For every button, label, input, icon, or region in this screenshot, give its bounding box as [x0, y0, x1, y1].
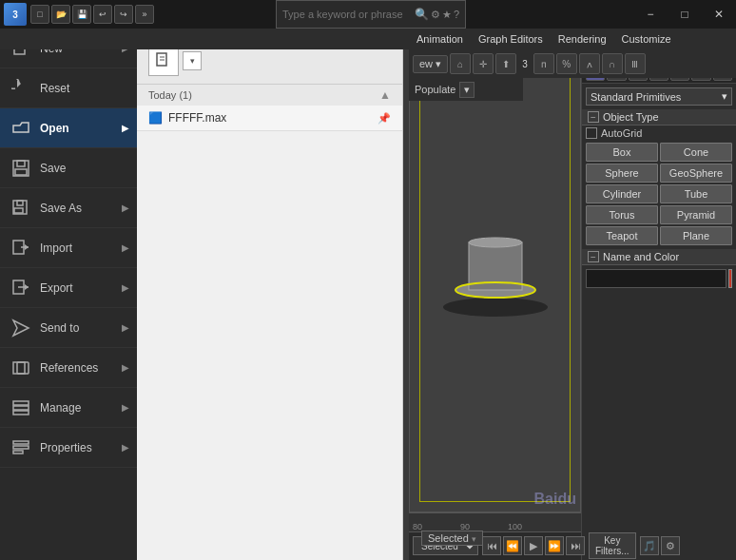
scene-object	[429, 214, 562, 328]
tl-settings-icon[interactable]: ⚙	[661, 536, 680, 555]
search-input[interactable]	[282, 9, 415, 20]
save-file-icon[interactable]: 💾	[72, 5, 91, 24]
dropdown-arrow-icon: ▾	[722, 90, 727, 103]
viewport[interactable]: ew	[409, 29, 581, 512]
populate-dropdown[interactable]: ▾	[459, 82, 475, 98]
sidebar-item-send-to[interactable]: Send to ▶	[0, 308, 137, 348]
sidebar-item-references[interactable]: References ▶	[0, 348, 137, 388]
sidebar-item-reset[interactable]: Reset	[0, 68, 137, 108]
svg-rect-7	[13, 201, 27, 214]
tl-play-btn[interactable]: ▶	[524, 536, 543, 555]
search-options-icon[interactable]: ⚙	[431, 9, 440, 21]
properties-icon	[8, 434, 34, 461]
tb-icon-3[interactable]: ⬆	[495, 53, 516, 74]
maximize-button[interactable]: □	[668, 0, 702, 29]
tb-num: 3	[518, 53, 532, 74]
pin-icon[interactable]: 📌	[378, 112, 391, 125]
sidebar-item-save[interactable]: Save	[0, 148, 137, 188]
section-collapse-button[interactable]: −	[588, 111, 599, 123]
undo-icon[interactable]: ↩	[93, 5, 112, 24]
sidebar-item-open[interactable]: Open ▶	[0, 108, 137, 148]
menu-graph-editors[interactable]: Graph Editors	[471, 29, 551, 49]
tl-next-btn[interactable]: ⏩	[545, 536, 564, 555]
tb-curve-2[interactable]: ᴧ	[579, 53, 600, 74]
menu-rendering[interactable]: Rendering	[551, 29, 614, 49]
search-bar: 🔍 ⚙ ★ ?	[276, 0, 466, 29]
open-file-icon[interactable]: 📂	[51, 5, 70, 24]
sidebar-item-manage[interactable]: Manage ▶	[0, 388, 137, 428]
file-item[interactable]: 🟦 FFFFF.max 📌	[137, 106, 402, 131]
tb-percent[interactable]: %	[556, 53, 577, 74]
sidebar-item-save-as[interactable]: Save As ▶	[0, 188, 137, 228]
object-name-input[interactable]	[586, 269, 726, 288]
title-bar-left: 3 □ 📂 💾 ↩ ↪ »	[0, 3, 154, 26]
color-swatch[interactable]	[728, 269, 732, 288]
close-button[interactable]: ✕	[702, 0, 736, 29]
search-help-icon[interactable]: ?	[454, 9, 459, 20]
obj-btn-geosphere[interactable]: GeoSphere	[660, 164, 732, 183]
svg-rect-20	[13, 406, 29, 410]
obj-btn-torus[interactable]: Torus	[586, 205, 658, 224]
search-go-icon[interactable]: 🔍	[415, 8, 429, 21]
tb-text[interactable]: Ⅲ	[625, 53, 646, 74]
tb-icon-2[interactable]: ✛	[473, 53, 494, 74]
open-icon	[8, 115, 34, 142]
search-star-icon[interactable]: ★	[442, 9, 452, 21]
obj-btn-plane[interactable]: Plane	[660, 226, 732, 245]
today-label: Today (1)	[148, 89, 192, 101]
sidebar-item-properties[interactable]: Properties ▶	[0, 428, 137, 468]
svg-marker-12	[25, 244, 29, 250]
menu-animation[interactable]: Animation	[409, 29, 471, 49]
obj-btn-cylinder[interactable]: Cylinder	[586, 184, 658, 203]
obj-btn-cone[interactable]: Cone	[660, 143, 732, 162]
today-collapse-button[interactable]: ▲	[379, 88, 391, 102]
obj-btn-tube[interactable]: Tube	[660, 184, 732, 203]
sidebar-item-import[interactable]: Import ▶	[0, 228, 137, 268]
sidebar-item-export[interactable]: Export ▶	[0, 268, 137, 308]
tl-next-end-btn[interactable]: ⏭	[566, 536, 585, 555]
svg-rect-6	[15, 169, 27, 175]
svg-marker-15	[25, 284, 29, 290]
menu-customize[interactable]: Customize	[614, 29, 679, 49]
name-color-collapse-button[interactable]: −	[588, 251, 599, 262]
export-icon	[8, 275, 34, 301]
file-type-icon: 🟦	[148, 111, 163, 125]
new-file-icon[interactable]: □	[30, 5, 49, 24]
toolbar-icons: □ 📂 💾 ↩ ↪ »	[30, 5, 154, 24]
left-menu: 3D New ▶ Reset Open ▶ Save Save As	[0, 0, 137, 560]
svg-rect-24	[13, 451, 23, 454]
tb-icon-1[interactable]: ⌂	[450, 53, 471, 74]
minimize-button[interactable]: −	[633, 0, 668, 29]
view-dropdown[interactable]: ew ▾	[413, 55, 448, 73]
tb-curve-1[interactable]: ᴨ	[533, 53, 554, 74]
send-to-icon	[8, 315, 34, 341]
today-section-header: Today (1) ▲	[137, 85, 402, 106]
references-icon	[8, 355, 34, 381]
svg-rect-9	[14, 208, 23, 213]
keyfilters-button[interactable]: Key Filters...	[589, 532, 636, 559]
redo-icon[interactable]: ↪	[114, 5, 133, 24]
more-icon[interactable]: »	[135, 5, 154, 24]
menu-bar: Animation Graph Editors Rendering Custom…	[0, 29, 736, 49]
primitives-dropdown[interactable]: Standard Primitives ▾	[586, 87, 732, 106]
right-panel: ✦ ⚙ ⊞ ▷ ◉ 🔧 ◆ ◇ ☀ 📷 ✚ ∿ ⚡ Standard Primi…	[581, 29, 736, 560]
tl-prev-start-btn[interactable]: ⏮	[482, 536, 501, 555]
tb-curve-3[interactable]: ∩	[602, 53, 623, 74]
manage-icon	[8, 395, 34, 421]
app-icon: 3	[4, 3, 27, 26]
obj-btn-sphere[interactable]: Sphere	[586, 164, 658, 183]
selected-dropdown-arrow[interactable]: ▾	[472, 534, 476, 544]
autogrid-checkbox[interactable]	[586, 127, 597, 139]
svg-rect-5	[17, 161, 25, 166]
svg-point-31	[469, 238, 522, 247]
obj-btn-teapot[interactable]: Teapot	[586, 226, 658, 245]
svg-marker-16	[13, 320, 29, 336]
tl-prev-btn[interactable]: ⏪	[503, 536, 522, 555]
name-color-section	[586, 269, 732, 288]
svg-rect-21	[13, 411, 29, 415]
obj-btn-pyramid[interactable]: Pyramid	[660, 205, 732, 224]
tl-audio-icon[interactable]: 🎵	[640, 536, 659, 555]
new-document-button[interactable]	[148, 46, 179, 76]
new-dropdown-button[interactable]: ▾	[183, 51, 202, 70]
obj-btn-box[interactable]: Box	[586, 143, 658, 162]
